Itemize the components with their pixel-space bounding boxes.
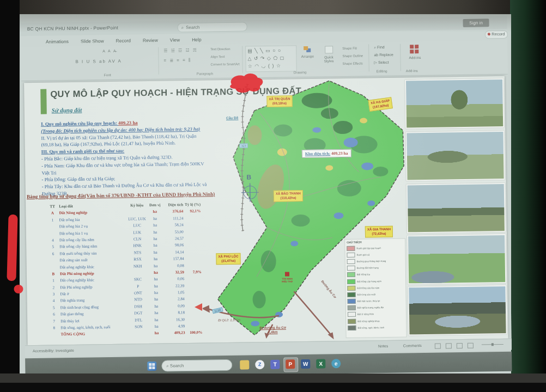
table-cell: ha: [149, 270, 162, 277]
table-cell: [46, 230, 59, 237]
normal-view-button[interactable]: [435, 344, 441, 349]
align-icons[interactable]: ≡ ≣ ≡ ≡ ⫼: [163, 58, 191, 64]
document-title: BC QH KCN PHU NINH.pptx - PowerPoint: [27, 25, 118, 32]
comments-button[interactable]: Comments: [403, 344, 422, 347]
legend-label: Đất trồng lúa: [357, 273, 370, 276]
commune-name: XÃ PHÚ LỘC: [218, 255, 238, 259]
tab-review[interactable]: Review: [143, 35, 158, 45]
shape-row[interactable]: ▤ ╲ ╲ ▭ ○ ○: [247, 46, 294, 54]
column-header: Tỷ lệ (%): [183, 201, 201, 209]
list-icons[interactable]: ☰ ☱ ☲ ☳ ☴: [163, 48, 198, 53]
find-button[interactable]: ⌕ Find: [374, 45, 385, 50]
table-cell: [184, 262, 202, 269]
table-cell: 157,84: [162, 255, 184, 262]
title-accent-bar: [40, 89, 47, 114]
start-button[interactable]: [147, 362, 156, 371]
shape-effects-button[interactable]: Shape Effects: [343, 62, 363, 66]
zoom-slider[interactable]: [482, 344, 503, 345]
table-cell: 32,59: [162, 269, 184, 276]
slide-sorter-view-button[interactable]: [446, 343, 452, 348]
table-cell: 1,05: [162, 289, 184, 296]
excel-taskbar-icon[interactable]: X: [316, 359, 325, 369]
record-button[interactable]: Record: [485, 30, 508, 39]
slideshow-view-button[interactable]: [468, 343, 474, 348]
legend-label: Ranh giới lập quy hoạch: [356, 247, 381, 250]
table-cell: 22,39: [162, 283, 184, 290]
route-tag-323: 323: [240, 143, 248, 148]
word-taskbar-icon[interactable]: W: [301, 359, 310, 369]
align-text-button[interactable]: Align Text: [210, 55, 225, 58]
table-cell: DGT: [127, 310, 150, 317]
shape-row[interactable]: △ ↺ ↷ ◇ ⬠ ◻: [247, 54, 294, 62]
legend-swatch: [348, 312, 356, 317]
table-cell: 5: [47, 304, 60, 311]
shape-outline-button[interactable]: Shape Outline: [342, 54, 363, 58]
tab-slide-show[interactable]: Slide Show: [81, 36, 104, 46]
search-box[interactable]: ⌕Search: [178, 22, 247, 32]
table-cell: 111,24: [161, 215, 183, 222]
arrange-button[interactable]: Arrange: [296, 46, 318, 59]
table-cell: LUK: [126, 229, 149, 236]
edge-taskbar-icon[interactable]: e: [331, 359, 341, 368]
tab-help[interactable]: Help: [192, 35, 202, 45]
table-cell: HNK: [126, 242, 149, 249]
commune-area: (118,42ha): [280, 196, 296, 199]
commune-label: XÃ GIA THANH(72,42ha): [365, 226, 393, 238]
land-use-table: TTLoại đấtKý hiệuĐơn vịDiện tíchTỷ lệ (%…: [46, 201, 203, 339]
powerpoint-taskbar-icon[interactable]: P: [286, 359, 295, 369]
notes-button[interactable]: Notes: [378, 344, 388, 348]
table-cell: 7: [47, 318, 60, 325]
table-cell: CLN: [126, 236, 149, 243]
table-cell: 7,9%: [184, 269, 202, 276]
table-cell: 1: [46, 217, 59, 224]
quick-styles-button[interactable]: Quick Styles: [319, 46, 338, 63]
table-row: TỔNG CỘNGha409,23100,0%: [47, 329, 203, 338]
legend-swatch: [347, 259, 355, 264]
teams-taskbar-icon[interactable]: T: [270, 360, 280, 369]
text-direction-button[interactable]: Text Direction: [210, 47, 230, 51]
add-ins-button-label: Add-ins: [404, 56, 425, 60]
zalo-taskbar-icon[interactable]: Z: [255, 360, 264, 369]
add-ins-icon[interactable]: [410, 45, 418, 53]
convert-to-smartart-button[interactable]: Convert to SmartArt: [211, 63, 240, 66]
table-cell: 6: [46, 250, 59, 258]
green-curtain: [510, 0, 546, 392]
quick-styles-icon: [325, 46, 333, 53]
replace-button[interactable]: ab Replace: [374, 53, 393, 57]
legend-label: Đất mặt nước, thủy lợi: [357, 299, 380, 303]
sign-in-button[interactable]: Sign in: [463, 19, 489, 27]
green-field-with-pond: [408, 235, 505, 283]
table-cell: LUC: [126, 222, 149, 229]
commune-area: (21,47ha): [221, 259, 235, 262]
table-cell: LUC, LUK: [125, 216, 148, 223]
font-style-icons[interactable]: B I U S ab AV A: [75, 59, 122, 64]
commune-area: (69,18ha): [272, 101, 287, 105]
tab-record[interactable]: Record: [116, 35, 131, 45]
select-button[interactable]: ▷ Select: [374, 60, 389, 65]
site-photo-2: [405, 131, 505, 181]
table-cell: [126, 270, 149, 277]
commune-label: XÃ TRỊ QUẬN(69,18ha): [266, 95, 292, 107]
column-header: Diện tích: [161, 201, 183, 209]
legend-label: Đất nghĩa trang, nghĩa địa: [357, 306, 384, 309]
shapes-gallery[interactable]: ▤ ╲ ╲ ▭ ○ ○△ ↺ ↷ ◇ ⬠ ◻☆ ◠ ◡ ( ) ☆: [245, 45, 297, 72]
taskbar-search[interactable]: ⌕ Search: [161, 359, 232, 372]
legend-label: Đất trồng cây lâu năm: [357, 286, 379, 290]
file-explorer-taskbar-icon[interactable]: [240, 360, 249, 369]
shape-fill-button[interactable]: Shape Fill: [342, 47, 357, 50]
font-size-icons[interactable]: A A A̶: [102, 49, 117, 53]
reading-view-button[interactable]: [457, 343, 463, 348]
arrange-icon: [304, 46, 311, 53]
slide-canvas[interactable]: QUY MÔ LẬP QUY HOẠCH - HIỆN TRẠNG SỬ DỤN…: [24, 76, 508, 345]
accessibility-status[interactable]: Accessibility: Investigate: [33, 348, 74, 353]
column-header: Ký hiệu: [125, 202, 148, 209]
compass-north-label: B: [246, 173, 251, 181]
zoom-slider-knob[interactable]: [492, 343, 494, 346]
shape-row[interactable]: ☆ ◠ ◡ ( ) ☆: [248, 62, 295, 70]
tab-animations[interactable]: Animations: [46, 36, 69, 47]
table-cell: ha: [149, 242, 162, 249]
commune-area: (72,42ha): [372, 231, 386, 235]
tab-view[interactable]: View: [170, 35, 180, 45]
legend-label: Đất rừng sản xuất: [357, 293, 375, 296]
map-legend: CHÚ THÍCH Ranh giới lập quy hoạchRanh gi…: [344, 238, 407, 338]
